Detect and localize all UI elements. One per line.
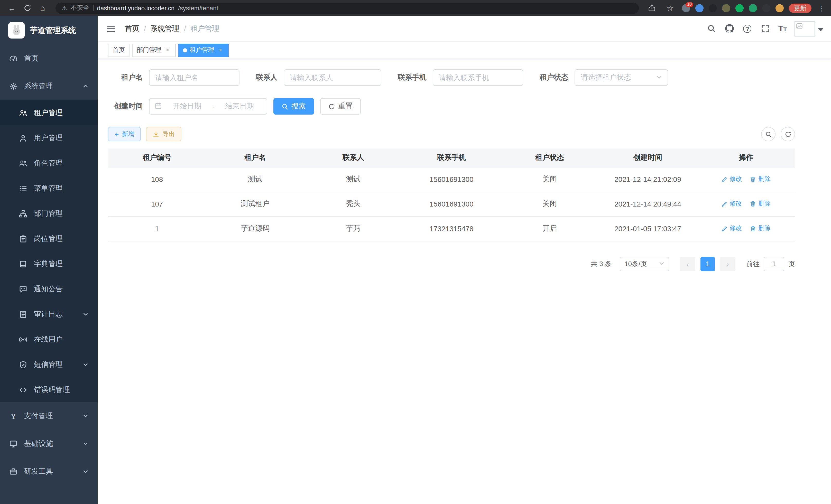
sidebar-item-menu-management[interactable]: 菜单管理 [0, 176, 98, 201]
page-size-value: 10条/页 [624, 259, 647, 268]
tenant-name-input-field[interactable] [155, 73, 233, 82]
col-contact: 联系人 [304, 148, 402, 167]
url-bar[interactable]: ⚠ 不安全 dashboard.yudao.iocoder.cn /system… [56, 2, 639, 13]
export-button[interactable]: 导出 [146, 127, 181, 141]
share-icon[interactable] [645, 2, 658, 14]
app-logo[interactable]: 芋道管理系统 [0, 16, 98, 45]
refresh-button[interactable] [781, 127, 795, 141]
status-select[interactable]: 请选择租户状态 [575, 69, 668, 86]
sidebar-item-user-management[interactable]: 用户管理 [0, 125, 98, 151]
help-icon[interactable]: ? [742, 23, 753, 34]
plus-icon: + [115, 130, 119, 138]
extension-icon-7[interactable] [762, 4, 770, 12]
browser-menu-icon[interactable]: ⋮ [816, 4, 826, 12]
sidebar-item-dev-tools[interactable]: 研发工具 [0, 458, 98, 485]
cell-phone: 15601691300 [402, 191, 500, 216]
browser-home-icon[interactable]: ⌂ [36, 2, 49, 14]
cell-tenant-id: 108 [108, 167, 206, 191]
roles-icon [19, 158, 28, 168]
fold-menu-icon[interactable] [105, 23, 117, 34]
cell-phone: 17321315478 [402, 216, 500, 241]
contact-input-field[interactable] [290, 73, 375, 82]
main-area: 首页 / 系统管理 / 租户管理 ? [98, 16, 831, 504]
toggle-search-button[interactable] [761, 127, 775, 141]
page-size-select[interactable]: 10条/页 [620, 257, 669, 271]
cell-tenant-id: 107 [108, 191, 206, 216]
tag-close-icon[interactable]: × [164, 47, 171, 54]
phone-input[interactable] [433, 69, 523, 86]
cell-status: 关闭 [500, 191, 599, 216]
search-icon[interactable] [706, 23, 717, 34]
sidebar-item-error-code[interactable]: 错误码管理 [0, 377, 98, 402]
delete-link[interactable]: 删除 [750, 175, 771, 184]
monitor-icon [9, 439, 18, 448]
breadcrumb-system[interactable]: 系统管理 [150, 24, 179, 33]
extension-icon-3[interactable] [709, 4, 717, 12]
col-phone: 联系手机 [402, 148, 500, 167]
reset-button[interactable]: 重置 [320, 98, 361, 115]
sidebar-item-tenant-management[interactable]: 租户管理 [0, 100, 98, 125]
back-icon[interactable]: ← [5, 2, 19, 14]
search-button[interactable]: 搜索 [274, 98, 314, 115]
prev-page-button[interactable]: ‹ [680, 257, 695, 271]
extension-icon-2[interactable] [695, 4, 704, 12]
reset-button-label: 重置 [338, 102, 352, 111]
sidebar-item-online-users[interactable]: 在线用户 [0, 327, 98, 352]
extension-icon-6[interactable] [749, 4, 757, 12]
goto-page-input[interactable] [764, 257, 784, 271]
extension-icon-4[interactable] [722, 4, 730, 12]
sidebar-item-sms-management[interactable]: 短信管理 [0, 352, 98, 377]
tenant-name-input[interactable] [149, 69, 239, 86]
tag-tenant-management[interactable]: 租户管理 × [178, 43, 229, 57]
avatar-broken-image [795, 21, 815, 36]
cell-actions: 修改 删除 [697, 167, 795, 191]
date-range-picker[interactable]: 开始日期 - 结束日期 [149, 98, 267, 115]
github-icon[interactable] [724, 23, 735, 34]
sidebar-item-label: 系统管理 [24, 82, 53, 91]
cell-status: 关闭 [500, 167, 599, 191]
chrome-update-button[interactable]: 更新 [789, 3, 811, 12]
sidebar-item-label: 支付管理 [24, 412, 53, 421]
select-placeholder: 请选择租户状态 [581, 73, 631, 82]
sidebar-item-home[interactable]: 首页 [0, 45, 98, 72]
sidebar-item-notice[interactable]: 通知公告 [0, 276, 98, 302]
extension-icon-5[interactable] [736, 4, 744, 12]
phone-input-field[interactable] [439, 73, 517, 82]
sidebar-item-audit-log[interactable]: 审计日志 [0, 302, 98, 327]
sidebar-item-dept-management[interactable]: 部门管理 [0, 201, 98, 226]
page-number-1[interactable]: 1 [700, 257, 715, 271]
next-page-button[interactable]: › [720, 257, 736, 271]
col-tenant-name: 租户名 [206, 148, 304, 167]
extension-icon-1[interactable]: 10 [682, 4, 690, 12]
menu-list-icon [19, 184, 28, 193]
cell-contact: 秃头 [304, 191, 402, 216]
bookmark-star-icon[interactable]: ☆ [663, 2, 677, 14]
edit-link[interactable]: 修改 [721, 175, 742, 184]
delete-link[interactable]: 删除 [750, 200, 771, 208]
breadcrumb-home[interactable]: 首页 [125, 24, 139, 33]
sidebar-item-dict-management[interactable]: 字典管理 [0, 251, 98, 276]
sidebar-item-system-management[interactable]: 系统管理 [0, 72, 98, 100]
sidebar-item-role-management[interactable]: 角色管理 [0, 151, 98, 176]
chevron-down-icon [83, 412, 88, 420]
tag-close-icon[interactable]: × [217, 47, 224, 54]
reload-icon[interactable] [21, 2, 34, 14]
tag-dept-management[interactable]: 部门管理 × [132, 43, 176, 57]
chevron-up-icon [83, 82, 88, 90]
tag-home[interactable]: 首页 [108, 43, 130, 57]
delete-link[interactable]: 删除 [750, 224, 771, 233]
sidebar-item-infrastructure[interactable]: 基础设施 [0, 430, 98, 458]
edit-link[interactable]: 修改 [721, 224, 742, 233]
edit-link[interactable]: 修改 [721, 200, 742, 208]
profile-avatar-icon[interactable] [775, 4, 784, 12]
sidebar-item-post-management[interactable]: 岗位管理 [0, 226, 98, 251]
total-count: 共 3 条 [591, 259, 611, 268]
user-avatar-menu[interactable] [795, 21, 823, 36]
system-submenu: 租户管理 用户管理 角色管理 [0, 100, 98, 402]
font-size-icon[interactable]: TT [778, 24, 787, 33]
add-button[interactable]: + 新增 [108, 127, 141, 141]
sidebar-item-payment-management[interactable]: ¥ 支付管理 [0, 402, 98, 430]
fullscreen-icon[interactable] [760, 23, 771, 34]
contact-input[interactable] [284, 69, 381, 86]
code-icon [19, 385, 28, 394]
